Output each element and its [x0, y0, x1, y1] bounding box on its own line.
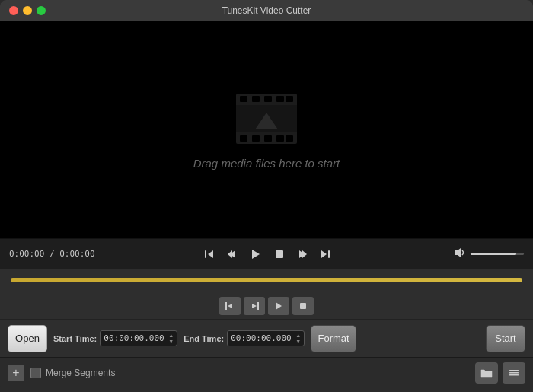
svg-marker-22 — [321, 250, 327, 258]
svg-rect-31 — [509, 372, 519, 374]
svg-rect-10 — [286, 135, 293, 142]
folder-button[interactable] — [475, 362, 498, 384]
app-title: TunesKit Video Cutter — [222, 5, 311, 16]
format-button[interactable]: Format — [311, 325, 356, 352]
end-time-label: End Time: — [184, 334, 224, 343]
end-time-down[interactable]: ▼ — [295, 339, 301, 344]
end-time-up[interactable]: ▲ — [295, 333, 301, 338]
end-time-input-wrapper[interactable]: ▲ ▼ — [227, 330, 305, 346]
close-button[interactable] — [9, 6, 18, 15]
svg-rect-21 — [328, 250, 330, 258]
svg-rect-8 — [264, 135, 272, 142]
next-frame-button[interactable] — [292, 246, 312, 263]
segment-stop-button[interactable] — [292, 297, 314, 315]
playback-buttons — [95, 245, 440, 263]
svg-rect-13 — [205, 250, 206, 258]
play-button[interactable] — [245, 245, 266, 263]
maximize-button[interactable] — [37, 6, 46, 15]
title-bar: TunesKit Video Cutter — [0, 0, 533, 21]
svg-rect-18 — [276, 250, 283, 258]
start-time-spinner[interactable]: ▲ ▼ — [168, 333, 174, 344]
playback-controls-bar: 0:00:00 / 0:00:00 — [0, 238, 533, 269]
svg-rect-7 — [252, 135, 260, 142]
timeline-fill — [11, 278, 522, 282]
open-button[interactable]: Open — [8, 325, 47, 352]
start-time-up[interactable]: ▲ — [168, 333, 174, 338]
svg-rect-2 — [252, 96, 260, 102]
svg-marker-16 — [228, 250, 232, 258]
svg-rect-3 — [264, 96, 272, 102]
merge-segments-area: Merge Segments — [30, 368, 475, 378]
svg-marker-25 — [228, 304, 232, 308]
volume-slider[interactable] — [471, 253, 524, 255]
start-time-input-wrapper[interactable]: ▲ ▼ — [100, 330, 177, 346]
footer-action-icons — [475, 362, 525, 384]
svg-rect-29 — [300, 303, 306, 309]
step-forward-button[interactable] — [315, 246, 335, 263]
svg-rect-26 — [257, 302, 259, 310]
footer-bar: + Merge Segments — [0, 357, 533, 387]
start-button[interactable]: Start — [486, 325, 525, 352]
add-segment-button[interactable]: + — [8, 365, 24, 381]
mark-out-button[interactable] — [244, 297, 265, 315]
svg-rect-6 — [240, 135, 247, 142]
svg-rect-5 — [286, 96, 293, 102]
svg-marker-23 — [455, 248, 461, 257]
stop-button[interactable] — [270, 246, 289, 263]
timeline-area[interactable] — [0, 269, 533, 292]
film-icon — [232, 90, 301, 148]
svg-marker-17 — [252, 250, 260, 259]
bottom-controls-bar: Open Start Time: ▲ ▼ End Time: ▲ ▼ Forma… — [0, 319, 533, 357]
svg-rect-1 — [240, 96, 247, 102]
volume-control — [440, 247, 524, 260]
svg-rect-9 — [276, 135, 284, 142]
volume-fill — [471, 253, 516, 255]
end-time-field: End Time: ▲ ▼ — [184, 330, 305, 346]
mark-in-button[interactable] — [219, 297, 241, 315]
list-button[interactable] — [503, 362, 525, 384]
start-time-field: Start Time: ▲ ▼ — [53, 330, 177, 346]
svg-rect-32 — [509, 374, 519, 376]
timeline-track[interactable] — [11, 278, 522, 282]
merge-label: Merge Segments — [46, 368, 115, 378]
start-time-input[interactable] — [104, 333, 168, 343]
start-time-down[interactable]: ▼ — [168, 339, 174, 344]
svg-marker-20 — [302, 250, 307, 258]
merge-checkbox[interactable] — [30, 368, 41, 378]
svg-marker-28 — [276, 302, 282, 310]
step-back-button[interactable] — [199, 246, 219, 263]
drag-hint-text: Drag media files here to start — [193, 157, 340, 170]
minimize-button[interactable] — [23, 6, 32, 15]
end-time-input[interactable] — [231, 333, 295, 343]
svg-marker-27 — [252, 304, 257, 308]
end-time-spinner[interactable]: ▲ ▼ — [295, 333, 301, 344]
segment-controls-bar — [0, 292, 533, 319]
svg-rect-30 — [509, 370, 519, 371]
video-player-area: Drag media files here to start — [0, 21, 533, 238]
svg-rect-24 — [225, 302, 227, 310]
segment-play-button[interactable] — [268, 297, 289, 315]
prev-frame-button[interactable] — [222, 246, 242, 263]
svg-marker-14 — [208, 250, 213, 258]
window-controls — [9, 6, 46, 15]
start-time-label: Start Time: — [53, 334, 97, 343]
time-display: 0:00:00 / 0:00:00 — [9, 249, 95, 259]
volume-icon — [454, 247, 466, 260]
drop-zone[interactable]: Drag media files here to start — [193, 90, 340, 170]
svg-rect-4 — [276, 96, 284, 102]
